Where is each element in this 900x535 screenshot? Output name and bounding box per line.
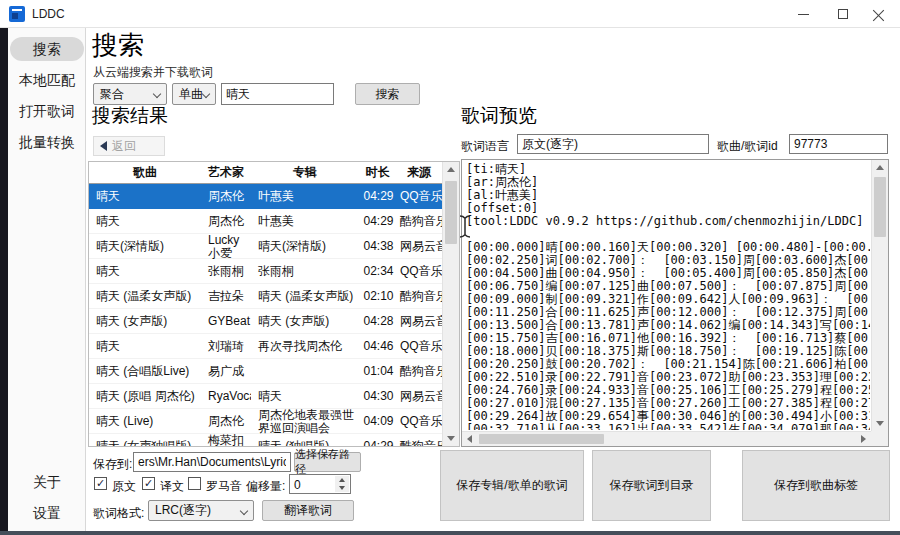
- type-combo[interactable]: 单曲: [172, 83, 216, 105]
- format-label: 歌词格式:: [93, 505, 144, 522]
- column-header-duration[interactable]: 时长: [359, 162, 396, 183]
- column-header-source[interactable]: 来源: [396, 162, 442, 183]
- preview-title: 歌词预览: [461, 103, 537, 129]
- table-row[interactable]: 晴天 (合唱版Live)易广成01:04酷狗音乐: [89, 359, 442, 384]
- lyrics-preview-area[interactable]: [ti:晴天] [ar:周杰伦] [al:叶惠美] [offset:0] [to…: [461, 159, 889, 447]
- table-row[interactable]: 晴天刘瑞琦再次寻找周杰伦04:46QQ音乐: [89, 334, 442, 359]
- table-row[interactable]: 晴天 (女声版)GYBeat晴天 (女声版)04:28网易云音乐: [89, 309, 442, 334]
- column-header-album[interactable]: 专辑: [251, 162, 359, 183]
- cell-source: QQ音乐: [396, 265, 442, 278]
- scroll-down-icon[interactable]: [443, 431, 459, 446]
- translation-checkbox[interactable]: ✓: [142, 477, 155, 490]
- lang-input[interactable]: [517, 134, 709, 154]
- table-row[interactable]: 晴天(深情版)Lucky小爱晴天(深情版)04:38网易云音乐: [89, 234, 442, 259]
- cell-song: 晴天: [89, 215, 201, 228]
- table-row[interactable]: 晴天 (Live)周杰伦周杰伦地表最强世界巡回演唱会04:09QQ音乐: [89, 409, 442, 434]
- cell-duration: 04:29: [359, 440, 396, 447]
- maximize-button[interactable]: [826, 0, 860, 28]
- cell-source: 酷狗音乐: [396, 440, 442, 447]
- save-lyrics-to-dir-button[interactable]: 保存歌词到目录: [592, 450, 711, 521]
- sidebar-item-local-match[interactable]: 本地匹配: [10, 68, 84, 92]
- sidebar-item-label: 搜索: [33, 41, 61, 57]
- scrollbar-thumb[interactable]: [445, 181, 457, 244]
- close-button[interactable]: [862, 0, 896, 28]
- sidebar-item-about[interactable]: 关于: [10, 470, 84, 494]
- back-arrow-icon: [100, 141, 107, 151]
- results-title: 搜索结果: [92, 103, 168, 129]
- cell-artist: RyaVocal: [201, 390, 251, 403]
- scrollbar-thumb[interactable]: [874, 177, 886, 237]
- spinner-down-icon[interactable]: [335, 484, 349, 492]
- cell-artist: 刘瑞琦: [201, 340, 251, 353]
- cell-song: 晴天: [89, 340, 201, 353]
- lyrics-vertical-scrollbar[interactable]: [871, 160, 888, 431]
- cell-artist: 周杰伦: [201, 415, 251, 428]
- minimize-button[interactable]: [786, 0, 820, 28]
- maximize-icon: [838, 9, 848, 19]
- scroll-down-icon[interactable]: [872, 416, 888, 431]
- choose-path-button[interactable]: 选择保存路径: [294, 452, 361, 472]
- cell-duration: 04:28: [359, 315, 396, 328]
- sidebar-item-search[interactable]: 搜索: [10, 37, 84, 61]
- romaji-checkbox[interactable]: [188, 477, 201, 490]
- scrollbar-corner: [871, 431, 888, 446]
- scroll-up-icon[interactable]: [443, 162, 459, 177]
- cell-album: 晴天: [251, 390, 359, 403]
- sidebar-item-batch-convert[interactable]: 批量转换: [10, 130, 84, 154]
- chevron-down-icon: [240, 507, 248, 515]
- cell-artist: 易广成: [201, 365, 251, 378]
- lang-label: 歌词语言: [461, 138, 509, 155]
- table-row[interactable]: 晴天张雨桐张雨桐02:34QQ音乐: [89, 259, 442, 284]
- title-bar: LDDC: [0, 0, 900, 28]
- table-row[interactable]: 晴天周杰伦叶惠美04:29酷狗音乐: [89, 209, 442, 234]
- column-header-artist[interactable]: 艺术家: [201, 162, 251, 183]
- cell-source: 酷狗音乐: [396, 215, 442, 228]
- scroll-right-icon[interactable]: [856, 432, 871, 446]
- romaji-checkbox-label[interactable]: 罗马音: [206, 478, 242, 495]
- spinner-up-icon[interactable]: [335, 476, 349, 484]
- table-row[interactable]: 晴天 (原唱 周杰伦)RyaVocal晴天04:30网易云音乐: [89, 384, 442, 409]
- scroll-left-icon[interactable]: [462, 432, 477, 446]
- translate-lyrics-button[interactable]: 翻译歌词: [262, 500, 354, 521]
- scrollbar-thumb[interactable]: [479, 434, 604, 444]
- scroll-up-icon[interactable]: [872, 160, 888, 175]
- cell-duration: 04:30: [359, 390, 396, 403]
- format-combo[interactable]: LRC(逐字): [148, 500, 254, 521]
- search-input[interactable]: [221, 83, 334, 105]
- original-checkbox[interactable]: ✓: [94, 477, 107, 490]
- cell-source: 酷狗音乐: [396, 365, 442, 378]
- cell-artist: 吉拉朵: [201, 290, 251, 303]
- cell-song: 晴天 (温柔女声版): [89, 290, 201, 303]
- save-album-lyrics-button[interactable]: 保存专辑/歌单的歌词: [440, 450, 584, 521]
- cell-artist: GYBeat: [201, 315, 251, 328]
- source-combo[interactable]: 聚合: [93, 83, 167, 105]
- sidebar-item-label: 设置: [33, 505, 61, 521]
- lyrics-horizontal-scrollbar[interactable]: [462, 431, 871, 446]
- cell-album: 再次寻找周杰伦: [251, 340, 359, 353]
- save-path-input[interactable]: [133, 452, 291, 472]
- cell-artist: 周杰伦: [201, 190, 251, 203]
- search-button[interactable]: 搜索: [355, 83, 420, 105]
- sidebar-item-settings[interactable]: 设置: [10, 501, 84, 525]
- cell-duration: 01:04: [359, 365, 396, 378]
- translation-checkbox-label[interactable]: 译文: [160, 478, 184, 495]
- original-checkbox-label[interactable]: 原文: [112, 478, 136, 495]
- cell-duration: 02:10: [359, 290, 396, 303]
- cell-song: 晴天 (合唱版Live): [89, 365, 201, 378]
- offset-spinner[interactable]: 0: [289, 474, 351, 494]
- sidebar-item-label: 本地匹配: [19, 72, 75, 88]
- window-title: LDDC: [32, 7, 65, 21]
- table-row[interactable]: 晴天 (温柔女声版)吉拉朵晴天 (温柔女声版)02:10酷狗音乐: [89, 284, 442, 309]
- lddc-window: LDDC 搜索 本地匹配 打开歌词 批量转换 关于 设置 搜索 从云端搜索并下载…: [0, 0, 900, 535]
- sidebar-item-open-lyrics[interactable]: 打开歌词: [10, 99, 84, 123]
- song-id-label: 歌曲/歌词id: [717, 138, 778, 155]
- cell-album: 周杰伦地表最强世界巡回演唱会: [251, 409, 359, 434]
- save-to-song-tag-button[interactable]: 保存到歌曲标签: [742, 450, 890, 521]
- song-id-input[interactable]: [789, 134, 888, 154]
- column-header-song[interactable]: 歌曲: [89, 162, 201, 183]
- table-vertical-scrollbar[interactable]: [442, 162, 459, 446]
- table-row[interactable]: 晴天 (女声独唱版)梅菜扣肉晴天 (独唱版)04:29酷狗音乐: [89, 434, 442, 446]
- results-table: 歌曲 艺术家 专辑 时长 来源 晴天周杰伦叶惠美04:29QQ音乐 晴天周杰伦叶…: [88, 161, 460, 447]
- table-row[interactable]: 晴天周杰伦叶惠美04:29QQ音乐: [89, 184, 442, 209]
- back-button[interactable]: 返回: [93, 136, 165, 156]
